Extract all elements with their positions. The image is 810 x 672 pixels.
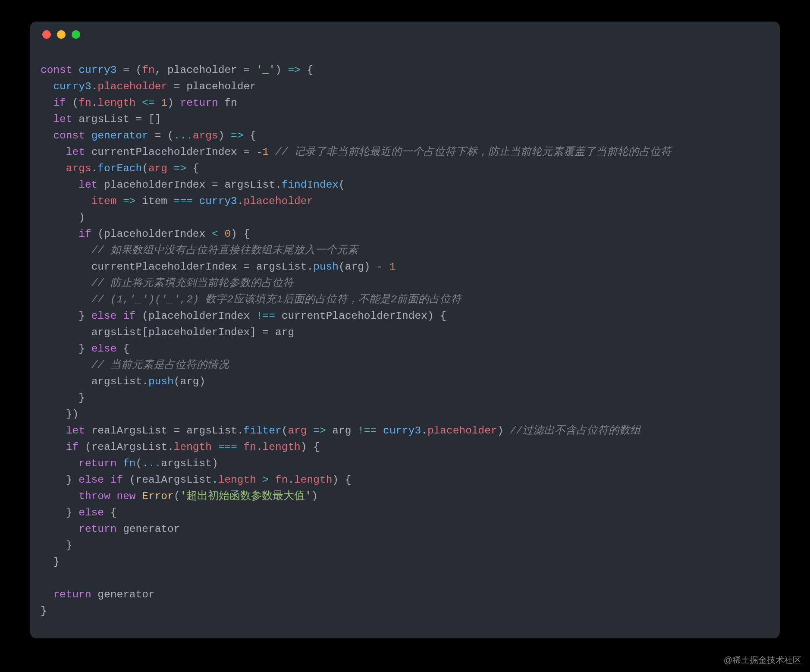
code-token: ( <box>339 179 345 191</box>
code-token: else <box>91 310 117 322</box>
code-token: ) <box>199 376 206 387</box>
code-token: fn <box>78 97 91 109</box>
code-token: fn <box>224 97 237 109</box>
code-token: argsList <box>78 113 135 125</box>
code-token: - <box>377 261 383 273</box>
code-token <box>41 277 91 289</box>
code-token <box>41 113 53 125</box>
code-token: placeholder <box>244 195 314 207</box>
code-token: ) { <box>301 441 320 453</box>
code-token <box>180 81 186 92</box>
code-line: } else if (placeholderIndex !== currentP… <box>41 308 769 324</box>
code-token <box>41 130 53 141</box>
code-token: curry3 <box>383 425 421 436</box>
code-token: === <box>174 195 193 207</box>
code-token <box>41 425 66 436</box>
code-token: placeholderIndex <box>104 179 212 191</box>
code-token: placeholderIndex <box>104 228 212 240</box>
code-token: argsList <box>161 458 212 469</box>
code-token <box>237 441 244 453</box>
code-token: throw <box>78 490 110 502</box>
code-token: argsList <box>91 376 142 387</box>
code-token <box>116 64 123 76</box>
code-token <box>148 130 155 141</box>
code-token: = <box>212 179 218 191</box>
window-zoom-icon[interactable] <box>72 30 80 39</box>
code-token: length <box>218 474 256 486</box>
code-token <box>218 179 225 191</box>
code-token: ) <box>167 97 180 109</box>
code-token: arg <box>148 163 167 174</box>
code-token <box>326 425 333 436</box>
code-token: { <box>244 130 256 141</box>
code-line: curry3.placeholder = placeholder <box>41 79 769 95</box>
code-token: if <box>110 474 123 486</box>
code-token: } <box>41 343 91 355</box>
code-token: placeholderIndex <box>148 310 256 322</box>
code-token <box>155 97 161 109</box>
window-close-icon[interactable] <box>42 30 51 39</box>
code-token <box>167 81 174 92</box>
window-minimize-icon[interactable] <box>57 30 66 39</box>
code-token: ( <box>123 474 135 486</box>
code-token: realArgsList <box>91 441 167 453</box>
code-token: = <box>244 64 250 76</box>
code-token: <= <box>142 97 154 109</box>
code-token: !== <box>358 425 377 436</box>
code-token: let <box>66 425 85 436</box>
code-token: push <box>313 261 339 273</box>
code-line: argsList.push(arg) <box>41 374 769 390</box>
code-token: ) <box>218 130 231 141</box>
code-line: return generator <box>41 521 769 537</box>
code-line: } <box>41 554 769 570</box>
code-token: . <box>237 425 244 436</box>
code-token <box>41 97 53 109</box>
code-token: else <box>78 474 104 486</box>
code-token: let <box>66 146 85 158</box>
code-token: item <box>142 195 174 207</box>
code-token: > <box>263 474 269 486</box>
code-token: !== <box>256 310 275 322</box>
code-token: return <box>53 589 91 600</box>
code-token <box>41 146 66 158</box>
code-token <box>136 195 142 207</box>
code-line: args.forEach(arg => { <box>41 160 769 177</box>
code-token: curry3 <box>199 195 237 207</box>
code-token: ( <box>339 261 345 273</box>
code-token: else <box>78 507 104 518</box>
code-token: } <box>41 310 91 322</box>
code-line: } else { <box>41 505 769 521</box>
code-token <box>377 425 383 436</box>
code-token <box>218 228 225 240</box>
code-token: . <box>256 441 263 453</box>
code-token: ) <box>311 490 318 502</box>
code-token: arg <box>345 261 364 273</box>
code-token <box>269 327 275 338</box>
code-token: { <box>104 507 116 518</box>
code-line: const curry3 = (fn, placeholder = '_') =… <box>41 62 769 79</box>
code-token <box>41 458 78 469</box>
code-token: '超出初始函数参数最大值' <box>180 490 311 502</box>
code-token: ( <box>129 64 142 76</box>
code-token: '_' <box>256 64 275 76</box>
code-token: generator <box>97 589 154 600</box>
code-token: . <box>307 261 314 273</box>
code-window: const curry3 = (fn, placeholder = '_') =… <box>30 22 780 638</box>
code-token <box>250 64 256 76</box>
code-token: arg <box>180 376 199 387</box>
code-token: < <box>212 228 218 240</box>
code-token: , <box>155 64 167 76</box>
code-token: placeholder <box>167 64 243 76</box>
code-token: else <box>91 343 117 355</box>
code-token: [] <box>142 113 161 125</box>
code-token: ( <box>174 490 180 502</box>
code-token: . <box>167 441 174 453</box>
code-line: argsList[placeholderIndex] = arg <box>41 324 769 341</box>
code-line: let argsList = [] <box>41 111 769 128</box>
code-token: ) <box>212 458 218 469</box>
code-token: } <box>41 507 78 518</box>
code-token: } <box>41 540 72 551</box>
code-token: // 记录了非当前轮最近的一个占位符下标，防止当前轮元素覆盖了当前轮的占位符 <box>275 146 672 158</box>
code-token: . <box>237 195 244 207</box>
code-token: 1 <box>161 97 167 109</box>
